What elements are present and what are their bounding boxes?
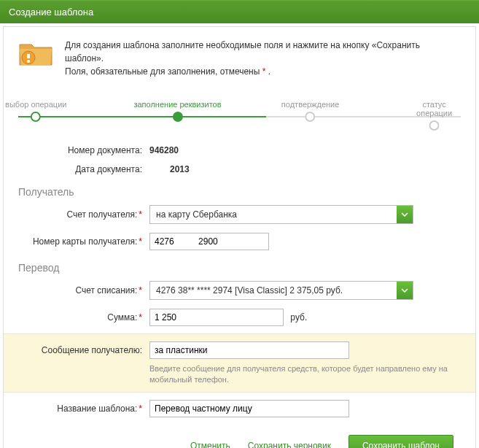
recipient-card-label: Номер карты получателя: xyxy=(33,236,137,247)
intro-block: Для создания шаблона заполните необходим… xyxy=(4,27,475,85)
intro-text: Для создания шаблона заполните необходим… xyxy=(65,39,461,78)
message-label: Сообщение получателю: xyxy=(18,345,149,355)
svg-rect-1 xyxy=(27,54,30,58)
section-recipient: Получатель xyxy=(18,186,461,198)
message-block: Сообщение получателю: Введите сообщение … xyxy=(4,333,475,393)
step-fill-details: заполнение реквизитов xyxy=(133,100,221,123)
progress-steps: выбор операции заполнение реквизитов под… xyxy=(18,100,461,122)
recipient-card-input[interactable] xyxy=(149,233,269,250)
template-name-input[interactable] xyxy=(149,400,349,417)
currency-label: руб. xyxy=(290,312,307,323)
step-status: статус операции xyxy=(416,100,452,132)
cancel-link[interactable]: Отменить xyxy=(190,441,230,448)
debit-account-label: Счет списания: xyxy=(75,285,137,296)
recipient-account-label: Счет получателя: xyxy=(66,209,137,220)
chevron-down-icon xyxy=(397,282,413,299)
doc-number-label: Номер документа: xyxy=(18,145,149,155)
save-draft-link[interactable]: Сохранить черновик xyxy=(248,441,331,448)
page-header: Создание шаблона xyxy=(0,0,479,23)
recipient-account-select[interactable]: на карту Сбербанка xyxy=(149,205,413,224)
doc-date-value: 2013 xyxy=(170,164,190,174)
amount-label: Сумма: xyxy=(107,312,137,323)
amount-input[interactable] xyxy=(149,309,284,326)
doc-date-label: Дата документа: xyxy=(18,164,149,174)
section-transfer: Перевод xyxy=(18,262,461,274)
actions-bar: Отменить Сохранить черновик Сохранить ша… xyxy=(4,422,475,448)
message-hint: Введите сообщение для получателя средств… xyxy=(149,360,461,386)
step-confirm: подтверждение xyxy=(281,100,339,123)
svg-point-2 xyxy=(27,60,30,63)
page-title: Создание шаблона xyxy=(9,7,93,18)
debit-account-select[interactable]: 4276 38** **** 2974 [Visa Classic] 2 375… xyxy=(149,281,413,300)
step-select-operation: выбор операции xyxy=(5,100,66,123)
doc-number-value: 946280 xyxy=(149,145,179,155)
save-template-button[interactable]: Сохранить шаблон xyxy=(348,435,453,448)
template-icon xyxy=(18,39,55,68)
template-name-label: Название шаблона: xyxy=(57,403,137,414)
message-input[interactable] xyxy=(149,341,349,359)
chevron-down-icon xyxy=(397,206,413,223)
